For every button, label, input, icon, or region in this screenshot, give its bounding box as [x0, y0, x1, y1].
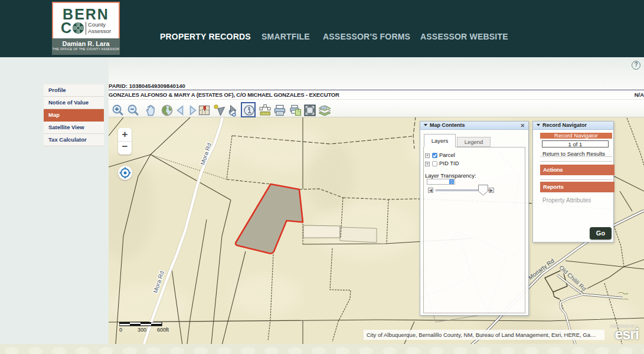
svg-text:0: 0	[119, 327, 122, 333]
svg-text:600ft: 600ft	[157, 327, 169, 333]
svg-text:300: 300	[138, 327, 146, 333]
